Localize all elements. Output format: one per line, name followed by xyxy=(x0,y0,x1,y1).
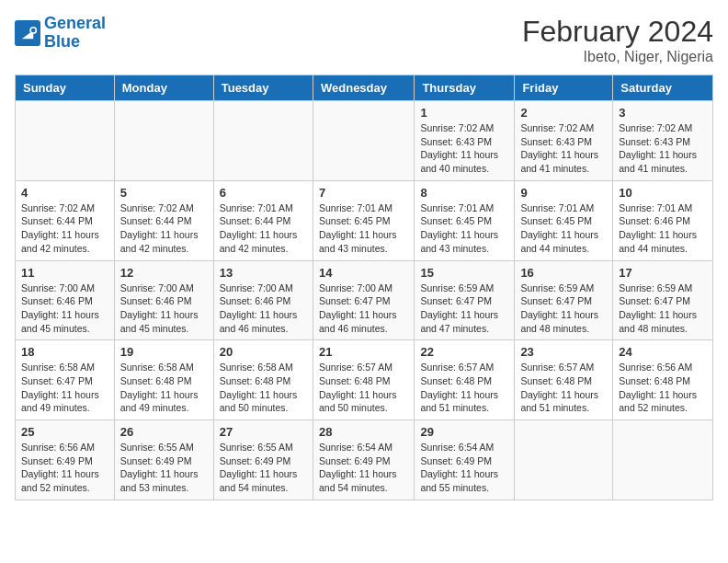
calendar-cell: 20Sunrise: 6:58 AMSunset: 6:48 PMDayligh… xyxy=(213,340,313,420)
calendar-cell xyxy=(515,420,613,500)
col-friday: Friday xyxy=(515,75,613,101)
day-number: 16 xyxy=(520,266,607,280)
day-number: 26 xyxy=(120,425,208,439)
calendar-week-5: 25Sunrise: 6:56 AMSunset: 6:49 PMDayligh… xyxy=(16,420,713,500)
day-info: Sunrise: 6:54 AMSunset: 6:49 PMDaylight:… xyxy=(420,441,508,495)
calendar-cell xyxy=(213,101,313,181)
day-info: Sunrise: 7:00 AMSunset: 6:46 PMDaylight:… xyxy=(220,282,307,336)
day-number: 11 xyxy=(21,266,108,280)
calendar-cell xyxy=(613,420,713,500)
day-number: 28 xyxy=(319,425,408,439)
day-number: 29 xyxy=(420,425,508,439)
calendar-cell: 18Sunrise: 6:58 AMSunset: 6:47 PMDayligh… xyxy=(16,340,115,420)
day-info: Sunrise: 7:00 AMSunset: 6:46 PMDaylight:… xyxy=(120,282,208,336)
calendar-cell: 27Sunrise: 6:55 AMSunset: 6:49 PMDayligh… xyxy=(213,420,313,500)
calendar-cell: 1Sunrise: 7:02 AMSunset: 6:43 PMDaylight… xyxy=(415,101,515,181)
calendar-week-4: 18Sunrise: 6:58 AMSunset: 6:47 PMDayligh… xyxy=(16,340,713,420)
logo-text: General Blue xyxy=(44,15,106,52)
calendar-cell xyxy=(114,101,213,181)
day-info: Sunrise: 7:02 AMSunset: 6:43 PMDaylight:… xyxy=(420,121,508,176)
day-info: Sunrise: 6:54 AMSunset: 6:49 PMDaylight:… xyxy=(319,441,408,495)
calendar-cell: 9Sunrise: 7:01 AMSunset: 6:45 PMDaylight… xyxy=(515,180,613,260)
page-header: General Blue February 2024 Ibeto, Niger,… xyxy=(15,15,713,65)
day-info: Sunrise: 7:02 AMSunset: 6:43 PMDaylight:… xyxy=(619,121,707,176)
day-number: 8 xyxy=(420,186,508,200)
calendar-cell: 19Sunrise: 6:58 AMSunset: 6:48 PMDayligh… xyxy=(114,340,213,420)
logo-icon xyxy=(15,20,40,46)
day-info: Sunrise: 6:59 AMSunset: 6:47 PMDaylight:… xyxy=(420,282,508,336)
day-info: Sunrise: 6:58 AMSunset: 6:48 PMDaylight:… xyxy=(120,361,208,415)
calendar-subtitle: Ibeto, Niger, Nigeria xyxy=(522,49,713,65)
col-sunday: Sunday xyxy=(16,75,115,101)
day-info: Sunrise: 7:00 AMSunset: 6:47 PMDaylight:… xyxy=(319,282,408,336)
day-number: 9 xyxy=(520,186,607,200)
calendar-cell: 21Sunrise: 6:57 AMSunset: 6:48 PMDayligh… xyxy=(313,340,414,420)
day-info: Sunrise: 7:01 AMSunset: 6:45 PMDaylight:… xyxy=(520,201,607,256)
title-block: February 2024 Ibeto, Niger, Nigeria xyxy=(522,15,713,65)
calendar-title: February 2024 xyxy=(522,15,713,49)
calendar-cell: 7Sunrise: 7:01 AMSunset: 6:45 PMDaylight… xyxy=(313,180,414,260)
day-number: 19 xyxy=(120,345,208,359)
calendar-cell: 12Sunrise: 7:00 AMSunset: 6:46 PMDayligh… xyxy=(114,260,213,340)
col-tuesday: Tuesday xyxy=(213,75,313,101)
calendar-cell: 23Sunrise: 6:57 AMSunset: 6:48 PMDayligh… xyxy=(515,340,613,420)
day-info: Sunrise: 7:00 AMSunset: 6:46 PMDaylight:… xyxy=(21,282,108,336)
day-info: Sunrise: 6:59 AMSunset: 6:47 PMDaylight:… xyxy=(520,282,607,336)
col-thursday: Thursday xyxy=(415,75,515,101)
day-info: Sunrise: 7:02 AMSunset: 6:44 PMDaylight:… xyxy=(120,201,208,256)
calendar-week-1: 1Sunrise: 7:02 AMSunset: 6:43 PMDaylight… xyxy=(16,101,713,181)
day-number: 17 xyxy=(619,266,707,280)
calendar-cell: 17Sunrise: 6:59 AMSunset: 6:47 PMDayligh… xyxy=(613,260,713,340)
calendar-cell: 28Sunrise: 6:54 AMSunset: 6:49 PMDayligh… xyxy=(313,420,414,500)
day-number: 18 xyxy=(21,345,108,359)
day-number: 3 xyxy=(619,106,707,120)
calendar-cell: 2Sunrise: 7:02 AMSunset: 6:43 PMDaylight… xyxy=(515,101,613,181)
day-number: 24 xyxy=(619,345,707,359)
calendar-cell: 6Sunrise: 7:01 AMSunset: 6:44 PMDaylight… xyxy=(213,180,313,260)
day-number: 15 xyxy=(420,266,508,280)
calendar-cell: 16Sunrise: 6:59 AMSunset: 6:47 PMDayligh… xyxy=(515,260,613,340)
calendar-cell xyxy=(16,101,115,181)
day-info: Sunrise: 6:59 AMSunset: 6:47 PMDaylight:… xyxy=(619,282,707,336)
day-number: 10 xyxy=(619,186,707,200)
calendar-week-3: 11Sunrise: 7:00 AMSunset: 6:46 PMDayligh… xyxy=(16,260,713,340)
calendar-cell: 14Sunrise: 7:00 AMSunset: 6:47 PMDayligh… xyxy=(313,260,414,340)
col-saturday: Saturday xyxy=(613,75,713,101)
day-info: Sunrise: 6:55 AMSunset: 6:49 PMDaylight:… xyxy=(220,441,307,495)
calendar-cell: 11Sunrise: 7:00 AMSunset: 6:46 PMDayligh… xyxy=(16,260,115,340)
day-info: Sunrise: 7:02 AMSunset: 6:43 PMDaylight:… xyxy=(520,121,607,176)
day-number: 25 xyxy=(21,425,108,439)
day-number: 1 xyxy=(420,106,508,120)
calendar-cell: 10Sunrise: 7:01 AMSunset: 6:46 PMDayligh… xyxy=(613,180,713,260)
day-info: Sunrise: 6:58 AMSunset: 6:47 PMDaylight:… xyxy=(21,361,108,415)
calendar-cell: 22Sunrise: 6:57 AMSunset: 6:48 PMDayligh… xyxy=(415,340,515,420)
calendar-cell: 13Sunrise: 7:00 AMSunset: 6:46 PMDayligh… xyxy=(213,260,313,340)
day-number: 22 xyxy=(420,345,508,359)
calendar-cell: 25Sunrise: 6:56 AMSunset: 6:49 PMDayligh… xyxy=(16,420,115,500)
col-monday: Monday xyxy=(114,75,213,101)
day-info: Sunrise: 6:56 AMSunset: 6:48 PMDaylight:… xyxy=(619,361,707,415)
calendar-cell: 15Sunrise: 6:59 AMSunset: 6:47 PMDayligh… xyxy=(415,260,515,340)
day-info: Sunrise: 7:02 AMSunset: 6:44 PMDaylight:… xyxy=(21,201,108,256)
day-info: Sunrise: 7:01 AMSunset: 6:44 PMDaylight:… xyxy=(220,201,307,256)
calendar-table: Sunday Monday Tuesday Wednesday Thursday… xyxy=(15,75,713,500)
calendar-week-2: 4Sunrise: 7:02 AMSunset: 6:44 PMDaylight… xyxy=(16,180,713,260)
day-info: Sunrise: 6:57 AMSunset: 6:48 PMDaylight:… xyxy=(420,361,508,415)
day-info: Sunrise: 6:58 AMSunset: 6:48 PMDaylight:… xyxy=(220,361,307,415)
day-number: 12 xyxy=(120,266,208,280)
calendar-cell: 24Sunrise: 6:56 AMSunset: 6:48 PMDayligh… xyxy=(613,340,713,420)
day-info: Sunrise: 7:01 AMSunset: 6:46 PMDaylight:… xyxy=(619,201,707,256)
calendar-cell: 29Sunrise: 6:54 AMSunset: 6:49 PMDayligh… xyxy=(415,420,515,500)
calendar-cell: 4Sunrise: 7:02 AMSunset: 6:44 PMDaylight… xyxy=(16,180,115,260)
day-number: 20 xyxy=(220,345,307,359)
day-number: 2 xyxy=(520,106,607,120)
col-wednesday: Wednesday xyxy=(313,75,414,101)
calendar-cell xyxy=(313,101,414,181)
day-number: 21 xyxy=(319,345,408,359)
calendar-body: 1Sunrise: 7:02 AMSunset: 6:43 PMDaylight… xyxy=(16,101,713,500)
day-info: Sunrise: 7:01 AMSunset: 6:45 PMDaylight:… xyxy=(319,201,408,256)
calendar-cell: 8Sunrise: 7:01 AMSunset: 6:45 PMDaylight… xyxy=(415,180,515,260)
calendar-cell: 3Sunrise: 7:02 AMSunset: 6:43 PMDaylight… xyxy=(613,101,713,181)
day-number: 27 xyxy=(220,425,307,439)
day-info: Sunrise: 7:01 AMSunset: 6:45 PMDaylight:… xyxy=(420,201,508,256)
